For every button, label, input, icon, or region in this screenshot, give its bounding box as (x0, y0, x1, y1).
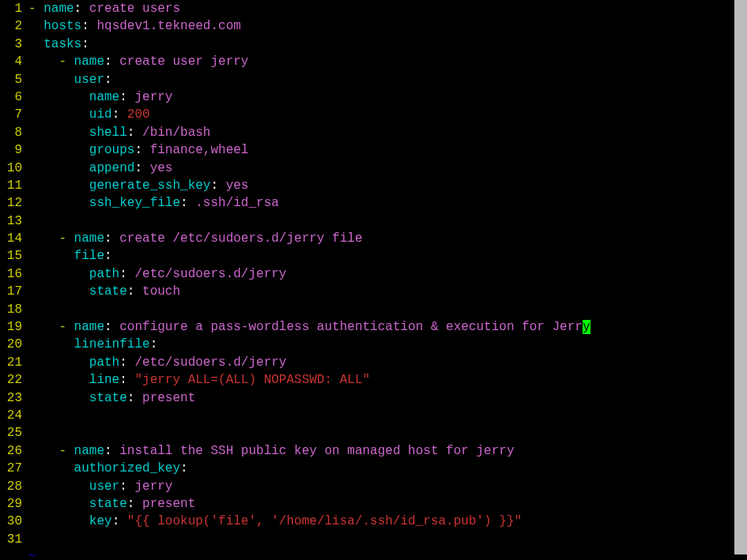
code-token (28, 337, 74, 351)
code-line[interactable]: - name: create /etc/sudoers.d/jerry file (28, 230, 747, 247)
code-token: present (134, 391, 195, 405)
code-token (28, 161, 89, 175)
scrollbar[interactable] (734, 0, 747, 554)
code-token: present (134, 497, 195, 511)
code-token (28, 196, 89, 210)
code-line[interactable]: path: /etc/sudoers.d/jerry (28, 354, 747, 371)
code-token: tasks (43, 37, 81, 51)
code-token: : (104, 73, 112, 87)
code-token: - (28, 2, 43, 16)
code-token (28, 126, 89, 140)
code-line[interactable]: authorized_key: (28, 460, 747, 477)
code-line[interactable]: user: (28, 71, 747, 88)
code-token: : (119, 355, 127, 370)
code-area[interactable]: - name: create users hosts: hqsdev1.tekn… (28, 0, 747, 560)
code-token (28, 73, 74, 87)
code-line[interactable]: state: present (28, 389, 747, 407)
code-token (28, 497, 89, 511)
line-number: 17 (0, 283, 22, 300)
code-token: : (119, 90, 127, 104)
code-line[interactable]: generate_ssh_key: yes (28, 177, 747, 194)
code-token: : (150, 337, 158, 351)
code-token (28, 461, 74, 475)
code-line[interactable]: groups: finance,wheel (28, 141, 747, 159)
code-line[interactable]: tasks: (28, 36, 747, 53)
code-token: /bin/bash (134, 126, 210, 140)
line-number: 21 (0, 354, 22, 371)
code-token (28, 479, 89, 494)
code-token: path (89, 355, 119, 370)
code-token (28, 90, 89, 104)
code-token: finance,wheel (142, 143, 248, 157)
line-number: 22 (0, 371, 22, 389)
code-token: state (89, 391, 127, 405)
line-number: 26 (0, 442, 22, 460)
code-token: jerry (127, 90, 173, 104)
code-line[interactable]: state: touch (28, 283, 747, 300)
code-line[interactable]: uid: 200 (28, 106, 747, 123)
code-line[interactable]: key: "{{ lookup('file', '/home/lisa/.ssh… (28, 513, 747, 530)
code-line[interactable]: append: yes (28, 160, 747, 177)
code-token: : (127, 497, 135, 511)
code-line[interactable]: lineinfile: (28, 336, 747, 353)
code-token (28, 37, 43, 51)
code-line[interactable]: line: "jerry ALL=(ALL) NOPASSWD: ALL" (28, 371, 747, 389)
code-token: : (134, 161, 142, 175)
code-token: ssh_key_file (89, 196, 180, 210)
line-number: 11 (0, 177, 22, 194)
code-token: - (58, 444, 74, 458)
code-token (28, 444, 58, 458)
code-token: : (127, 391, 135, 405)
line-number: 12 (0, 194, 22, 212)
code-token: touch (134, 284, 180, 299)
code-token: file (74, 249, 104, 263)
code-line[interactable]: user: jerry (28, 478, 747, 495)
code-token: user (74, 73, 104, 87)
code-line[interactable]: hosts: hqsdev1.tekneed.com (28, 17, 747, 35)
code-token (28, 249, 74, 263)
code-token: create /etc/sudoers.d/jerry file (112, 231, 363, 246)
code-line[interactable]: name: jerry (28, 88, 747, 106)
code-token: name (74, 444, 104, 458)
code-line[interactable]: ssh_key_file: .ssh/id_rsa (28, 194, 747, 212)
code-line[interactable]: - name: create users (28, 0, 747, 17)
line-number: 4 (0, 53, 22, 70)
code-token (28, 143, 89, 157)
code-line[interactable] (28, 301, 747, 318)
line-number: 20 (0, 336, 22, 353)
line-number: 6 (0, 88, 22, 106)
code-line[interactable] (28, 212, 747, 230)
code-token (28, 320, 58, 334)
line-number: 31 (0, 531, 22, 548)
code-token: state (89, 497, 127, 511)
code-token: user (89, 479, 119, 494)
code-token (28, 267, 89, 281)
code-token: line (89, 373, 119, 387)
code-token: : (112, 107, 120, 122)
code-line[interactable] (28, 407, 747, 424)
code-token: append (89, 161, 135, 175)
code-token: : (112, 514, 120, 528)
code-line[interactable]: - name: install the SSH public key on ma… (28, 442, 747, 460)
code-token: create user jerry (112, 54, 249, 69)
code-token: yes (218, 179, 248, 193)
code-line[interactable]: path: /etc/sudoers.d/jerry (28, 265, 747, 283)
line-number: 30 (0, 513, 22, 530)
code-line[interactable]: - name: create user jerry (28, 53, 747, 70)
code-token: : (81, 19, 89, 33)
line-number: 25 (0, 424, 22, 442)
line-number: 13 (0, 212, 22, 230)
code-token: - (58, 54, 74, 69)
code-line[interactable]: - name: configure a pass-wordless authen… (28, 318, 747, 336)
line-number: 7 (0, 106, 22, 123)
vim-editor[interactable]: 1234567891011121314151617181920212223242… (0, 0, 747, 560)
code-token: authorized_key (74, 461, 180, 475)
code-token (28, 179, 89, 193)
code-token: : (210, 179, 218, 193)
code-line[interactable]: state: present (28, 495, 747, 513)
code-line[interactable]: shell: /bin/bash (28, 124, 747, 141)
line-number: 10 (0, 160, 22, 177)
code-line[interactable] (28, 531, 747, 548)
code-line[interactable]: file: (28, 247, 747, 265)
code-line[interactable] (28, 424, 747, 442)
